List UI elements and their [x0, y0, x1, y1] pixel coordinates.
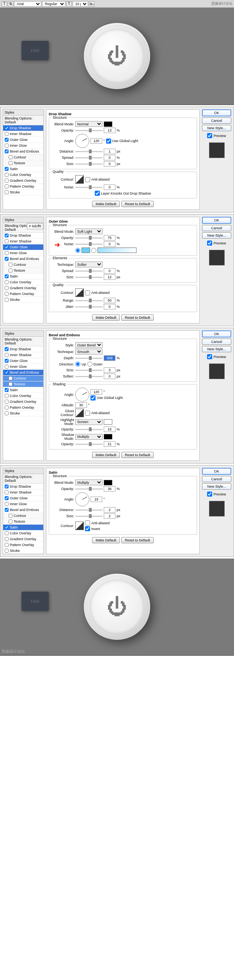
style-inner-glow[interactable]: Inner Glow [3, 364, 43, 370]
preview-check[interactable] [207, 133, 212, 138]
style-inner-glow[interactable]: Inner Glow [3, 143, 43, 149]
style-satin[interactable]: Satin [3, 274, 43, 279]
blend-mode-select[interactable]: Soft Light [75, 228, 103, 234]
distance-input[interactable] [104, 507, 115, 513]
style-texture[interactable]: Texture [3, 160, 43, 166]
aa-icon[interactable]: aₐ [89, 1, 94, 7]
noise-input[interactable] [104, 241, 115, 247]
technique-select[interactable]: Smooth [75, 349, 103, 355]
opacity-input[interactable] [104, 128, 115, 133]
style-inner-shadow[interactable]: Inner Shadow [3, 239, 43, 244]
bevel-style-select[interactable]: Outer Bevel [75, 342, 103, 348]
angle-dial[interactable] [75, 134, 89, 148]
style-drop-shadow[interactable]: Drop Shadow [3, 484, 43, 490]
style-color-overlay[interactable]: Color Overlay [3, 393, 43, 399]
style-texture[interactable]: Texture [3, 381, 43, 387]
noise-slider[interactable] [75, 187, 103, 188]
style-outer-glow[interactable]: Outer Glow [3, 358, 43, 364]
highlight-mode-select[interactable]: Screen [75, 419, 103, 425]
blend-mode-select[interactable]: Normal [75, 121, 103, 127]
opacity-input[interactable] [104, 235, 115, 241]
distance-slider[interactable] [75, 151, 103, 152]
style-gradient-overlay[interactable]: Gradient Overlay [3, 536, 43, 542]
noise-slider[interactable] [75, 244, 103, 245]
style-pattern-overlay[interactable]: Pattern Overlay [3, 542, 43, 548]
spread-input[interactable] [104, 155, 115, 160]
style-pattern-overlay[interactable]: Pattern Overlay [3, 405, 43, 411]
style-bevel[interactable]: Bevel and Emboss [3, 507, 43, 513]
contour-picker[interactable] [75, 522, 84, 530]
cancel-button[interactable]: Cancel [202, 118, 231, 124]
soften-input[interactable] [104, 374, 115, 379]
contour-picker[interactable] [75, 288, 84, 297]
reset-button[interactable]: Reset to Default [121, 452, 154, 458]
dir-down-radio[interactable] [87, 362, 92, 367]
style-contour[interactable]: Contour [3, 155, 43, 160]
cancel-button[interactable]: Cancel [202, 476, 231, 482]
style-satin[interactable]: Satin [3, 166, 43, 172]
angle-dial[interactable] [75, 492, 89, 506]
opacity-input[interactable] [104, 486, 115, 492]
anti-alias-check[interactable] [85, 177, 90, 182]
shadow-color[interactable] [104, 434, 112, 439]
style-gradient-overlay[interactable]: Gradient Overlay [3, 178, 43, 184]
ok-button[interactable]: OK [202, 109, 231, 116]
noise-input[interactable] [104, 184, 115, 190]
reset-button[interactable]: Reset to Default [121, 314, 154, 321]
spread-slider[interactable] [75, 157, 103, 158]
reset-button[interactable]: Reset to Default [121, 201, 154, 207]
jitter-input[interactable] [104, 304, 115, 309]
style-pattern-overlay[interactable]: Pattern Overlay [3, 184, 43, 190]
style-color-overlay[interactable]: Color Overlay [3, 279, 43, 285]
size-input[interactable] [104, 367, 115, 373]
angle-input[interactable] [90, 389, 102, 395]
highlight-color[interactable] [104, 419, 112, 425]
style-outer-glow[interactable]: Outer Glow [3, 137, 43, 143]
style-inner-shadow[interactable]: Inner Shadow [3, 490, 43, 495]
make-default-button[interactable]: Make Default [92, 314, 120, 321]
spread-input[interactable] [104, 268, 115, 274]
style-gradient-overlay[interactable]: Gradient Overlay [3, 285, 43, 291]
color-swatch[interactable] [104, 480, 112, 485]
make-default-button[interactable]: Make Default [92, 537, 120, 543]
style-texture[interactable]: Texture [3, 268, 43, 274]
make-default-button[interactable]: Make Default [92, 452, 120, 458]
size-slider[interactable] [75, 163, 103, 165]
altitude-input[interactable] [75, 402, 87, 408]
style-bevel[interactable]: Bevel and Emboss [3, 149, 43, 155]
style-texture[interactable]: Texture [3, 519, 43, 525]
style-color-overlay[interactable]: Color Overlay [3, 172, 43, 178]
style-inner-glow[interactable]: Inner Glow [3, 250, 43, 256]
depth-input[interactable] [104, 355, 115, 361]
opacity-slider[interactable] [75, 130, 103, 131]
style-satin[interactable]: Satin [3, 525, 43, 530]
style-inner-glow[interactable]: Inner Glow [3, 501, 43, 507]
style-inner-shadow[interactable]: Inner Shadow [3, 352, 43, 358]
size-input[interactable] [104, 513, 115, 519]
style-contour[interactable]: Contour [3, 513, 43, 519]
style-pattern-overlay[interactable]: Pattern Overlay [3, 291, 43, 297]
style-contour[interactable]: Contour [3, 376, 43, 381]
color-radio[interactable] [75, 248, 80, 253]
font-family-select[interactable]: Arial [14, 1, 41, 7]
style-stroke[interactable]: Stroke [3, 190, 43, 195]
knocks-out-check[interactable] [95, 191, 100, 196]
gradient-radio[interactable] [91, 248, 96, 253]
new-style-button[interactable]: New Style... [202, 483, 231, 490]
font-size-select[interactable]: 10 pt [73, 1, 88, 7]
style-drop-shadow[interactable]: Drop Shadow [3, 346, 43, 352]
range-input[interactable] [104, 298, 115, 303]
shadow-mode-select[interactable]: Multiply [75, 434, 103, 440]
distance-input[interactable] [104, 149, 115, 154]
gloss-contour-picker[interactable] [75, 409, 84, 417]
cancel-button[interactable]: Cancel [202, 225, 231, 231]
style-satin[interactable]: Satin [3, 387, 43, 393]
cancel-button[interactable]: Cancel [202, 339, 231, 345]
hl-opacity-input[interactable] [104, 427, 115, 432]
style-drop-shadow[interactable]: Drop Shadow [3, 233, 43, 239]
glow-gradient-swatch[interactable] [98, 248, 136, 253]
make-default-button[interactable]: Make Default [92, 201, 120, 207]
angle-input[interactable] [90, 138, 102, 144]
color-swatch[interactable] [104, 121, 112, 127]
contour-picker[interactable] [75, 175, 84, 184]
